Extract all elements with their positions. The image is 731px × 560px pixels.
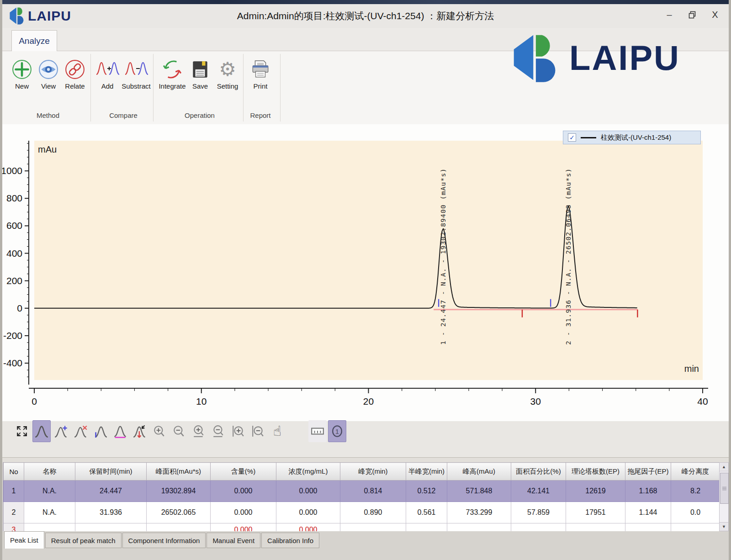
table-cell: 26502.065 bbox=[147, 502, 211, 523]
svg-text:200: 200 bbox=[6, 275, 22, 286]
column-header[interactable]: No bbox=[4, 463, 24, 481]
table-cell bbox=[671, 523, 720, 532]
table-cell: 571.848 bbox=[447, 481, 511, 502]
zoom-out-y-icon[interactable] bbox=[249, 420, 267, 442]
relate-button[interactable]: Relate bbox=[60, 58, 90, 90]
scroll-up-icon[interactable]: ▲ bbox=[720, 463, 728, 471]
window-top-edge bbox=[0, 0, 731, 4]
svg-text:800: 800 bbox=[6, 193, 22, 203]
zoom-out-x-icon[interactable] bbox=[209, 420, 228, 442]
column-header[interactable]: 保留时间(min) bbox=[75, 463, 147, 481]
table-cell: 2 bbox=[4, 502, 24, 523]
table-cell: 1.168 bbox=[625, 481, 671, 502]
new-button[interactable]: New bbox=[7, 58, 37, 90]
tab-manual-event[interactable]: Manual Event bbox=[207, 533, 260, 548]
table-cell bbox=[566, 523, 625, 532]
table-cell bbox=[625, 523, 671, 532]
zoom-in-icon[interactable] bbox=[150, 420, 169, 442]
table-cell: N.A. bbox=[24, 502, 75, 523]
table-cell: 0.890 bbox=[340, 502, 406, 523]
single-view-icon[interactable]: 1 bbox=[328, 420, 346, 442]
svg-text:0: 0 bbox=[17, 303, 22, 313]
table-cell: 0.512 bbox=[406, 481, 447, 502]
column-header[interactable]: 峰分离度 bbox=[671, 463, 720, 481]
laipu-watermark: LAIPU bbox=[511, 32, 680, 83]
add-button[interactable]: Add bbox=[92, 58, 122, 90]
table-cell: 1.144 bbox=[625, 502, 671, 523]
tab-calibration-info[interactable]: Calibration Info bbox=[261, 533, 319, 548]
peak-select-icon[interactable] bbox=[32, 420, 51, 442]
peak-delete-icon[interactable] bbox=[72, 420, 90, 442]
table-row[interactable]: 2N.A.31.93626502.0650.0000.0000.8900.561… bbox=[4, 502, 720, 523]
column-header[interactable]: 拖尾因子(EP) bbox=[625, 463, 671, 481]
scrollbar-thumb[interactable] bbox=[720, 473, 729, 504]
bottom-tab-bar: Peak List Result of peak match Component… bbox=[2, 531, 729, 560]
ruler-icon[interactable] bbox=[308, 420, 327, 442]
integrate-button[interactable]: Integrate bbox=[157, 58, 187, 90]
minimize-button[interactable]: – bbox=[664, 9, 675, 21]
scroll-down-icon[interactable]: ▼ bbox=[720, 522, 728, 531]
svg-text:-200: -200 bbox=[3, 330, 22, 341]
column-header[interactable]: 面积百分比(%) bbox=[511, 463, 566, 481]
table-cell: 0.000 bbox=[276, 502, 340, 523]
tab-component-information[interactable]: Component Information bbox=[122, 533, 206, 548]
save-floppy-icon bbox=[190, 59, 211, 80]
substract-button[interactable]: Substract bbox=[121, 58, 151, 90]
peak-start-icon[interactable] bbox=[91, 420, 110, 442]
fit-screen-icon[interactable] bbox=[13, 420, 31, 442]
column-header[interactable]: 峰高(mAu) bbox=[447, 463, 511, 481]
tab-peak-list[interactable]: Peak List bbox=[4, 531, 44, 549]
svg-text:1 - 24.447 - N.A. - 19302.8940: 1 - 24.447 - N.A. - 19302.89400 (mAu*s) bbox=[440, 168, 447, 345]
pan-hand-icon[interactable]: ☝ bbox=[268, 420, 286, 442]
table-cell bbox=[75, 523, 147, 532]
window-title: Admin:Admin的项目:柱效测试-(UV-ch1-254) ：新建分析方法 bbox=[2, 10, 729, 22]
table-cell: 42.141 bbox=[511, 481, 566, 502]
column-header[interactable]: 峰面积(mAu*s) bbox=[147, 463, 211, 481]
zoom-in-x-icon[interactable] bbox=[190, 420, 208, 442]
table-cell: 17951 bbox=[566, 502, 625, 523]
tab-analyze[interactable]: Analyze bbox=[11, 30, 57, 51]
setting-button[interactable]: ⚙ Setting bbox=[212, 58, 243, 90]
table-row[interactable]: 1N.A.24.44719302.8940.0000.0000.8140.512… bbox=[4, 481, 720, 502]
peak-add-icon[interactable] bbox=[52, 420, 70, 442]
zoom-out-icon[interactable] bbox=[170, 420, 188, 442]
column-header[interactable]: 名称 bbox=[24, 463, 75, 481]
legend-checkbox[interactable]: ✓ bbox=[568, 133, 576, 142]
tab-result-of-peak-match[interactable]: Result of peak match bbox=[45, 533, 122, 548]
table-row[interactable]: 30.0000.000 bbox=[4, 523, 720, 532]
peak-table: No名称保留时间(min)峰面积(mAu*s)含量(%)浓度(mg/mL)峰宽(… bbox=[3, 462, 720, 531]
column-header[interactable]: 峰宽(min) bbox=[340, 463, 406, 481]
table-cell: 12619 bbox=[566, 481, 625, 502]
legend: ✓ 柱效测试-(UV-ch1-254) bbox=[563, 131, 701, 144]
table-cell: 1 bbox=[4, 481, 24, 502]
group-label-compare: Compare bbox=[91, 111, 155, 119]
view-button[interactable]: View bbox=[33, 58, 64, 90]
svg-text:2 - 31.936 - N.A. - 26502.0649: 2 - 31.936 - N.A. - 26502.06493 (mAu*s) bbox=[565, 168, 572, 345]
restore-button[interactable] bbox=[687, 9, 698, 21]
peak-split-icon[interactable] bbox=[131, 420, 149, 442]
close-button[interactable]: X bbox=[710, 9, 720, 21]
svg-text:min: min bbox=[684, 364, 699, 374]
table-cell: 0.000 bbox=[211, 481, 276, 502]
table-cell: 19302.894 bbox=[147, 481, 211, 502]
column-header[interactable]: 半峰宽(min) bbox=[406, 463, 447, 481]
svg-text:10: 10 bbox=[196, 396, 207, 407]
table-cell bbox=[406, 523, 447, 532]
group-label-operation: Operation bbox=[168, 111, 232, 119]
table-cell: 0.000 bbox=[276, 523, 340, 532]
table-cell: 0.000 bbox=[211, 502, 276, 523]
table-scrollbar[interactable]: ▲ ▼ bbox=[719, 462, 729, 531]
table-cell bbox=[447, 523, 511, 532]
column-header[interactable]: 浓度(mg/mL) bbox=[276, 463, 340, 481]
column-header[interactable]: 理论塔板数(EP) bbox=[566, 463, 625, 481]
print-button[interactable]: Print bbox=[245, 58, 275, 90]
table-cell: 0.000 bbox=[276, 481, 340, 502]
save-button[interactable]: Save bbox=[185, 58, 215, 90]
peak-baseline-icon[interactable] bbox=[111, 420, 129, 442]
svg-text:1: 1 bbox=[335, 428, 339, 435]
chromatogram-chart[interactable]: -400-20002004006008001000010203040mAumin… bbox=[2, 124, 729, 421]
zoom-in-y-icon[interactable] bbox=[229, 420, 247, 442]
laipu-watermark-icon bbox=[511, 32, 562, 83]
column-header[interactable]: 含量(%) bbox=[211, 463, 276, 481]
legend-line-sample bbox=[581, 137, 596, 138]
